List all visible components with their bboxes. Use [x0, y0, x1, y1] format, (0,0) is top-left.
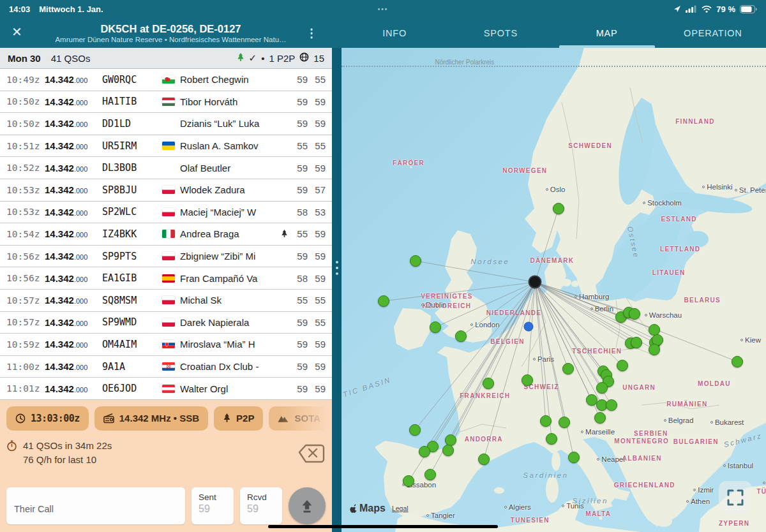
station-location-dot[interactable] [529, 276, 542, 289]
qso-location-dot[interactable] [409, 424, 421, 436]
qso-location-dot[interactable] [606, 399, 617, 411]
qso-location-dot[interactable] [455, 330, 467, 342]
qso-location-dot[interactable] [483, 378, 494, 389]
qso-location-dot[interactable] [546, 433, 557, 445]
qso-row[interactable]: 10:52z14.342.000DL3BOBOlaf Beutler5959 [0, 157, 332, 179]
qso-rst-rcvd: 59 [308, 96, 326, 107]
sota-button[interactable]: SOTA [269, 406, 329, 431]
qso-rst-sent: 59 [290, 118, 308, 129]
qso-callsign: DD1LD [102, 118, 162, 129]
day-header[interactable]: Mon 30 41 QSOs ✓ • 1 P2P 15 [0, 48, 332, 69]
page-subtitle: Amrumer Dünen Nature Reserve • Nordfries… [31, 36, 311, 43]
qso-location-dot[interactable] [553, 203, 564, 214]
qso-row[interactable]: 10:54z14.342.000IZ4BKKAndrea Braga5559 [0, 223, 332, 246]
spot-location-dot[interactable] [524, 322, 534, 332]
qso-rst-sent: 59 [290, 339, 308, 350]
qso-location-dot[interactable] [478, 454, 490, 465]
qso-frequency: 14.342.000 [45, 228, 102, 239]
slovakia-flag-icon [162, 340, 175, 348]
qso-time: 10:57z [6, 295, 45, 306]
qso-location-dot[interactable] [732, 356, 743, 367]
sent-field[interactable]: Sent 59 [192, 487, 234, 524]
panel-resize-handle[interactable] [332, 48, 342, 532]
qso-callsign: SP2WLC [102, 206, 162, 218]
tab-operation[interactable]: OPERATION [660, 18, 766, 48]
qso-location-dot[interactable] [522, 374, 533, 386]
qso-time: 11:00z [6, 362, 45, 372]
backspace-button[interactable] [297, 443, 326, 466]
qso-location-dot[interactable] [424, 469, 436, 480]
qso-rst-sent: 59 [290, 96, 308, 107]
qso-location-dot[interactable] [649, 324, 660, 336]
fullscreen-button[interactable] [719, 481, 752, 514]
qso-row[interactable]: 10:57z14.342.000SP9WMDDarek Napierala595… [0, 312, 332, 334]
qso-location-dot[interactable] [594, 412, 606, 424]
time-button[interactable]: 13:03:00z [6, 406, 89, 431]
qso-location-dot[interactable] [378, 295, 389, 307]
rcvd-field[interactable]: Rcvd 59 [240, 487, 282, 524]
qso-location-dot[interactable] [540, 415, 552, 427]
qso-location-dot[interactable] [629, 308, 640, 320]
qso-row[interactable]: 10:56z14.342.000EA1GIBFran Campañó Va585… [0, 267, 332, 290]
close-icon[interactable]: ✕ [11, 24, 22, 40]
sent-value: 59 [199, 503, 234, 515]
battery-percent: 79 % [716, 4, 735, 14]
qso-row[interactable]: 10:49z14.342.000GW0RQCRobert Chegwin5955 [0, 69, 332, 91]
qso-rst-sent: 59 [290, 251, 308, 262]
qso-callsign: EA1GIB [102, 272, 162, 284]
wifi-icon [702, 5, 712, 13]
qso-row[interactable]: 10:50z14.342.000HA1TIBTibor Horváth5959 [0, 91, 332, 114]
qso-row[interactable]: 10:51z14.342.000UR5IRMRuslan A. Samkov55… [0, 135, 332, 158]
log-qso-button[interactable] [289, 487, 326, 524]
drag-dots-icon [336, 261, 338, 275]
qso-frequency: 14.342.000 [45, 273, 102, 284]
qso-location-dot[interactable] [562, 363, 574, 374]
kebab-menu-icon[interactable]: ⋮ [306, 26, 317, 40]
qso-row[interactable]: 10:56z14.342.000SP9PTSZbigniew “Zibi” Mi… [0, 246, 332, 268]
p2p-button[interactable]: P2P [214, 406, 263, 431]
qso-location-dot[interactable] [631, 337, 642, 348]
sent-label: Sent [199, 492, 234, 502]
qso-rst-rcvd: 59 [308, 118, 326, 129]
battery-icon [740, 5, 757, 13]
qso-location-dot[interactable] [403, 475, 414, 487]
qso-location-dot[interactable] [649, 344, 660, 355]
qso-row[interactable]: 11:00z14.342.0009A1ACroatian Dx Club -59… [0, 356, 332, 378]
qso-location-dot[interactable] [419, 446, 430, 457]
cellular-signal-icon [686, 5, 697, 13]
map-view[interactable]: Nördlicher Polarkreis NORWEGENSCHWEDENFI… [342, 48, 766, 532]
qso-frequency: 14.342.000 [45, 295, 102, 306]
qso-rst-sent: 59 [290, 184, 308, 195]
qso-frequency: 14.342.000 [45, 96, 102, 107]
qso-row[interactable]: 11:01z14.342.000OE6JODWalter Orgl5959 [0, 378, 332, 400]
qso-location-dot[interactable] [586, 394, 597, 406]
qso-location-dot[interactable] [596, 382, 608, 394]
qso-row[interactable]: 10:50z14.342.000DD1LDDzianis “Luk” Luka5… [0, 113, 332, 135]
qso-location-dot[interactable] [442, 445, 454, 456]
tab-map[interactable]: MAP [554, 18, 660, 48]
tab-info[interactable]: INFO [342, 18, 447, 48]
apple-maps-logo: Maps [349, 503, 386, 514]
qso-callsign: OM4AIM [102, 339, 162, 350]
qso-location-dot[interactable] [568, 452, 580, 463]
qso-operator-name: Ruslan A. Samkov [180, 140, 278, 151]
qso-location-dot[interactable] [430, 321, 441, 333]
qso-row[interactable]: 10:57z14.342.000SQ8MSMMichal Sk5555 [0, 290, 332, 312]
home-indicator[interactable] [268, 525, 498, 528]
qso-operator-name: Walter Orgl [180, 383, 278, 394]
frequency-mode-button[interactable]: 14.342 MHz • SSB [94, 406, 208, 431]
rcvd-label: Rcvd [247, 492, 282, 502]
italy-flag-icon [162, 230, 175, 238]
qso-row[interactable]: 10:59z14.342.000OM4AIMMiroslava “Mia” H5… [0, 334, 332, 356]
qso-time: 10:57z [6, 317, 45, 327]
their-call-input[interactable] [6, 487, 185, 524]
hungary-flag-icon [162, 98, 175, 106]
qso-location-dot[interactable] [617, 360, 628, 371]
legal-link[interactable]: Legal [392, 505, 409, 512]
tab-spots[interactable]: SPOTS [447, 18, 553, 48]
qso-rst-rcvd: 55 [308, 317, 326, 328]
qso-location-dot[interactable] [410, 255, 421, 267]
qso-location-dot[interactable] [559, 417, 570, 428]
qso-row[interactable]: 10:53z14.342.000SP2WLCMaciej “Maciej” W5… [0, 202, 332, 224]
qso-row[interactable]: 10:53z14.342.000SP8BJUWlodek Zadura5957 [0, 179, 332, 202]
